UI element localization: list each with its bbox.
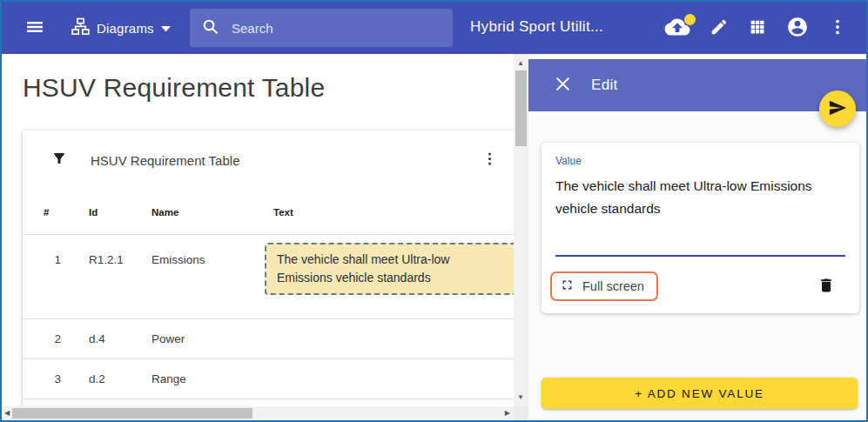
row-id: d.2 (68, 372, 131, 385)
apps-grid-button[interactable] (748, 17, 767, 39)
scroll-right-arrow-icon[interactable]: ▶ (505, 410, 510, 417)
send-fab[interactable] (819, 90, 856, 127)
scroll-down-arrow-icon[interactable]: ▼ (517, 394, 524, 401)
value-field-label: Value (555, 155, 845, 167)
diagram-tree-icon (71, 17, 90, 39)
fullscreen-icon (560, 278, 575, 295)
column-header-text: Text (252, 207, 515, 218)
search-input[interactable] (232, 21, 441, 36)
edit-panel-header: Edit (528, 59, 866, 111)
close-button[interactable] (555, 77, 570, 93)
kebab-menu-icon (481, 151, 498, 170)
row-num: 3 (23, 372, 68, 385)
search-box[interactable] (190, 9, 453, 47)
search-icon (202, 18, 219, 38)
table-row: 3 d.2 Range (23, 359, 515, 399)
table-title: HSUV Requirement Table (91, 153, 239, 168)
full-screen-label: Full screen (582, 279, 644, 293)
delete-button[interactable] (818, 276, 835, 298)
horizontal-scrollbar-thumb[interactable] (12, 408, 252, 419)
hamburger-icon (24, 17, 45, 40)
row-num: 2 (23, 332, 68, 345)
column-header-name: Name (131, 207, 252, 218)
value-card: Value The vehicle shall meet Ultra-low E… (542, 143, 859, 313)
account-circle-icon (786, 16, 809, 41)
value-actions: Full screen (550, 271, 845, 301)
top-app-bar: Diagrams Hybrid Sport Utilit... (2, 2, 866, 54)
table-menu-button[interactable] (479, 150, 500, 171)
topbar-actions (664, 14, 847, 42)
row-name: Power (131, 332, 252, 345)
input-underline (555, 255, 845, 257)
add-new-value-button[interactable]: + ADD NEW VALUE (542, 378, 858, 409)
account-button[interactable] (786, 16, 809, 41)
row-id: d.4 (68, 332, 131, 345)
edit-panel: Edit Value The vehicle shall meet Ultra-… (528, 54, 866, 420)
diagrams-nav-label: Diagrams (97, 21, 154, 36)
row-name: Emissions (131, 235, 252, 318)
menu-button[interactable] (24, 17, 45, 38)
trash-icon (818, 285, 835, 298)
selected-text-cell[interactable]: The vehicle shall meet Ultra-low Emissio… (265, 243, 526, 295)
send-icon (828, 98, 847, 120)
vertical-scrollbar[interactable]: ▲ ▼ (514, 54, 528, 406)
scroll-up-arrow-icon[interactable]: ▲ (517, 60, 524, 67)
table-header-row: # Id Name Text (23, 190, 515, 235)
column-header-num: # (23, 207, 68, 218)
requirement-table-card: HSUV Requirement Table # Id Name Text 1 … (23, 131, 515, 407)
pencil-icon (710, 17, 729, 39)
scrollbar-corner (514, 406, 528, 420)
kebab-menu-icon (828, 17, 847, 39)
full-screen-button[interactable]: Full screen (550, 271, 658, 301)
diagrams-nav[interactable]: Diagrams (71, 16, 171, 40)
close-icon (555, 77, 570, 94)
edit-pencil-button[interactable] (710, 17, 729, 39)
vertical-scrollbar-thumb[interactable] (515, 70, 527, 146)
table-row: 2 d.4 Power (23, 319, 515, 359)
more-options-button[interactable] (828, 17, 847, 39)
filter-icon (51, 151, 67, 170)
column-header-id: Id (68, 207, 131, 218)
row-name: Range (131, 372, 252, 385)
page-title: HSUV Requirement Table (23, 73, 325, 103)
horizontal-scrollbar[interactable]: ◀ ▶ (2, 406, 514, 420)
yellow-notification-dot (684, 14, 696, 25)
apps-grid-icon (748, 17, 767, 39)
edit-panel-title: Edit (591, 77, 618, 94)
cloud-upload-button[interactable] (664, 17, 690, 40)
row-id: R1.2.1 (68, 235, 131, 318)
chevron-down-icon (161, 20, 171, 36)
value-field-text[interactable]: The vehicle shall meet Ultra-low Emissio… (555, 175, 834, 220)
table-row: 1 R1.2.1 Emissions The vehicle shall mee… (23, 235, 515, 319)
row-num: 1 (23, 235, 68, 318)
table-card-header: HSUV Requirement Table (23, 131, 515, 190)
content-area: HSUV Requirement Table HSUV Requirement … (2, 54, 514, 420)
app-window: Diagrams Hybrid Sport Utilit... (0, 0, 868, 422)
document-title: Hybrid Sport Utilit... (470, 18, 603, 36)
scroll-left-arrow-icon[interactable]: ◀ (4, 410, 10, 417)
